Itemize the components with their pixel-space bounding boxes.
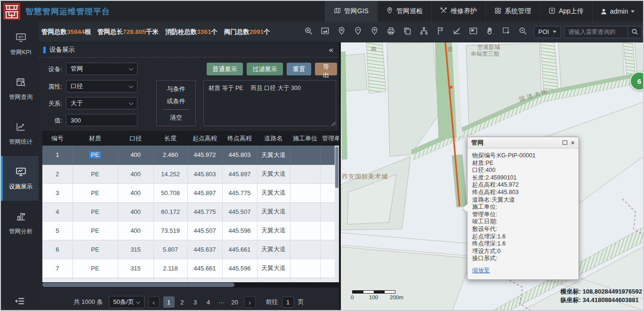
nav-item-maintenance[interactable]: 维修养护 bbox=[431, 1, 485, 22]
identify-button[interactable] bbox=[517, 26, 529, 38]
device-label: 设备: bbox=[41, 65, 62, 74]
page-size-select[interactable]: 50条/页 bbox=[109, 296, 145, 308]
chevron-down-icon bbox=[631, 10, 635, 13]
nav-item-inspection[interactable]: 管网巡检 bbox=[377, 1, 431, 22]
table-row[interactable]: 7PE3152.118445.661445.596天翼大道 bbox=[42, 259, 339, 278]
table-row[interactable]: 1PE4002.460445.972445.803天翼大道 bbox=[42, 146, 339, 164]
reset-button[interactable]: 重置 bbox=[287, 63, 311, 75]
export-map-button[interactable] bbox=[402, 26, 414, 38]
column-header-施工单位[interactable]: 施工单位 bbox=[290, 131, 320, 146]
page-button-1[interactable]: 1 bbox=[163, 296, 175, 308]
or-condition-button[interactable]: 或条件 bbox=[167, 97, 185, 106]
table-cell: 天翼大道 bbox=[257, 183, 290, 202]
table-cell: 天翼大道 bbox=[257, 146, 290, 164]
side-display-icon bbox=[16, 166, 26, 179]
table-row[interactable]: 3PE40050.708445.897445.775天翼大道 bbox=[42, 183, 339, 202]
next-page-button[interactable]: › bbox=[244, 296, 256, 308]
table-cell: 5 bbox=[42, 221, 72, 240]
remove-marker-icon bbox=[354, 26, 362, 37]
user-menu[interactable]: admin bbox=[592, 1, 643, 22]
sidebar-item-analysis[interactable]: 管网分析 bbox=[1, 201, 39, 246]
nav-item-label: 管网GIS bbox=[344, 7, 369, 16]
panel-collapse-button[interactable]: « bbox=[329, 46, 333, 54]
sidebar-item-query[interactable]: 管网查询 bbox=[1, 66, 39, 111]
goto-page-input[interactable] bbox=[282, 296, 294, 308]
locate-marker-button[interactable] bbox=[336, 26, 348, 38]
sidebar-item-stats[interactable]: 管网统计 bbox=[1, 111, 39, 156]
table-row[interactable]: 8PE40043.080445.596445.793天翼大道 bbox=[42, 278, 339, 282]
panel-marker-icon bbox=[43, 47, 46, 53]
nav-item-system[interactable]: 系统管理 bbox=[485, 1, 539, 22]
popup-close-icon[interactable]: × bbox=[571, 139, 575, 146]
prev-page-button[interactable]: ‹ bbox=[148, 296, 160, 308]
table-cell: 445.661 bbox=[222, 240, 257, 259]
relation-select[interactable]: 大于 bbox=[66, 97, 137, 109]
table-cell: 445.897 bbox=[222, 164, 257, 183]
sidebar-item-display[interactable]: 设施展示 bbox=[1, 156, 39, 201]
and-condition-button[interactable]: 与条件 bbox=[167, 85, 185, 93]
table-row[interactable]: 4PE40060.172445.775445.507天翼大道 bbox=[42, 202, 339, 221]
search-button[interactable] bbox=[628, 26, 642, 38]
sidebar-collapse-button[interactable] bbox=[1, 290, 39, 311]
zoom-in-button[interactable] bbox=[303, 26, 315, 38]
search-input[interactable] bbox=[564, 26, 628, 38]
table-row[interactable]: 2PE40014.252445.803445.897天翼大道 bbox=[42, 164, 339, 183]
measure-button[interactable] bbox=[451, 26, 463, 38]
normal-display-button[interactable]: 普通展示 bbox=[207, 63, 243, 75]
table-cell bbox=[290, 278, 320, 282]
popup-field-施工单位: 施工单位: bbox=[472, 204, 574, 211]
column-header-管理单位[interactable]: 管理单位 bbox=[320, 131, 339, 146]
popup-header[interactable]: 管网 × bbox=[467, 137, 579, 148]
filter-display-button[interactable]: 过滤展示 bbox=[247, 63, 283, 75]
table-cell: PE bbox=[72, 240, 118, 259]
table-cell: 8 bbox=[42, 278, 72, 282]
remove-marker-button[interactable] bbox=[352, 26, 364, 38]
device-select[interactable]: 管网 bbox=[66, 63, 137, 75]
column-header-道路名[interactable]: 道路名 bbox=[257, 131, 290, 146]
table-cell: 445.793 bbox=[222, 278, 257, 282]
topology-node-button[interactable] bbox=[418, 26, 430, 38]
condition-textarea[interactable]: 材质 等于 PE 而且 口径 大于 300 bbox=[203, 80, 336, 126]
column-header-起点高程[interactable]: 起点高程 bbox=[187, 131, 222, 146]
print-button[interactable] bbox=[385, 26, 397, 38]
table-cell: 445.972 bbox=[187, 146, 222, 164]
table-row[interactable]: 5PE40073.519445.507445.596天翼大道 bbox=[42, 221, 339, 240]
box-select-button[interactable] bbox=[500, 26, 513, 38]
full-extent-button[interactable] bbox=[319, 26, 331, 38]
column-header-材质[interactable]: 材质 bbox=[72, 131, 118, 146]
column-header-编号[interactable]: 编号 bbox=[42, 131, 72, 146]
sidebar-item-kpi[interactable]: kPI管网KPI bbox=[1, 22, 39, 66]
table-horizontal-scrollbar[interactable] bbox=[42, 282, 339, 287]
nav-inspect-icon bbox=[386, 7, 393, 16]
feature-popup: 管网 × 物探编号:KG-PIP-00001材质:PE口径:400长度:2.45… bbox=[467, 137, 579, 280]
page-button-2[interactable]: 2 bbox=[177, 296, 188, 308]
measure-icon bbox=[452, 26, 461, 37]
pan-hand-button[interactable] bbox=[484, 26, 496, 38]
page-button-20[interactable]: 20 bbox=[229, 296, 241, 308]
page-numbers: 1234···20 bbox=[163, 296, 241, 308]
value-input[interactable] bbox=[66, 114, 137, 126]
page-button-···[interactable]: ··· bbox=[216, 296, 227, 308]
column-header-终点高程[interactable]: 终点高程 bbox=[222, 131, 257, 146]
add-marker-button[interactable] bbox=[369, 26, 381, 38]
export-button[interactable]: 导出 bbox=[315, 63, 337, 75]
y-coord-label: 纵坐标: bbox=[561, 296, 581, 303]
table-vertical-scrollbar[interactable] bbox=[335, 146, 339, 282]
poi-type-select[interactable]: POI bbox=[534, 26, 561, 38]
clear-condition-button[interactable]: 清空 bbox=[170, 114, 182, 122]
map-view[interactable]: 空港新城幸福里三期路道国清大街西安国际美术城 6 管网 × 物探编号:KG-PI… bbox=[339, 42, 644, 311]
column-header-口径[interactable]: 口径 bbox=[118, 131, 153, 146]
page-button-4[interactable]: 4 bbox=[203, 296, 214, 308]
table-cell: 2.460 bbox=[153, 146, 187, 164]
popup-field-敷设年代: 敷设年代: bbox=[472, 226, 574, 233]
attribute-select[interactable]: 口径 bbox=[66, 80, 137, 92]
nav-item-gis[interactable]: 管网GIS bbox=[325, 1, 377, 22]
column-header-长度[interactable]: 长度 bbox=[153, 131, 187, 146]
clear-flag-button[interactable] bbox=[435, 26, 447, 38]
nav-item-app-upload[interactable]: App上传 bbox=[539, 1, 592, 22]
page-button-3[interactable]: 3 bbox=[190, 296, 201, 308]
zoom-to-link[interactable]: 缩放至 bbox=[472, 267, 490, 275]
popup-maximize-icon[interactable] bbox=[563, 140, 567, 145]
overview-map-button[interactable] bbox=[467, 26, 480, 38]
table-row[interactable]: 6PE3155.807445.637445.661天翼大道 bbox=[42, 240, 339, 259]
